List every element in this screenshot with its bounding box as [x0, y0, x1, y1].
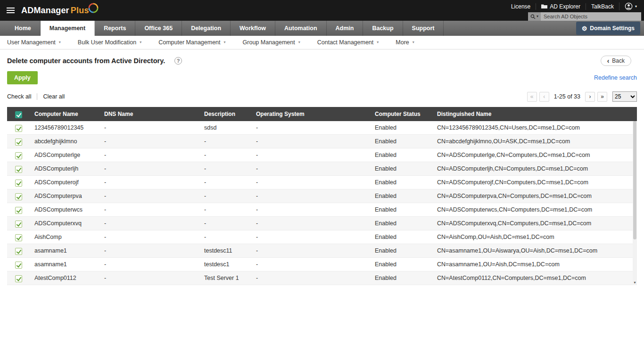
table-row[interactable]: ADSComputerwcs - - - Enabled CN=ADSCompu… — [7, 203, 637, 217]
subnav-item[interactable]: Computer Management ▾ — [158, 39, 225, 46]
scrollbar-thumb[interactable] — [633, 121, 636, 239]
nav-tab-label: Reports — [104, 25, 126, 32]
row-checkbox[interactable] — [15, 207, 22, 214]
chevron-down-icon: ▾ — [140, 41, 141, 44]
app-logo: ADManagerPlus — [21, 6, 99, 16]
last-page-button[interactable]: » — [597, 92, 607, 102]
help-icon[interactable]: ? — [174, 57, 182, 65]
subnav-item-label: User Management — [7, 39, 56, 46]
select-all-checkbox[interactable] — [15, 111, 22, 118]
row-checkbox[interactable] — [15, 152, 22, 159]
cell-distinguished-name: CN=abcdefghijklmno,OU=ASK,DC=mse1,DC=com — [432, 135, 637, 148]
cell-description: - — [199, 148, 251, 162]
nav-tab[interactable]: Delegation — [182, 21, 231, 36]
nav-tab[interactable]: Office 365 — [135, 21, 182, 36]
row-checkbox[interactable] — [15, 221, 22, 228]
page-size-select[interactable]: 25 — [612, 91, 637, 102]
cell-computer-status: Enabled — [370, 271, 432, 285]
apply-row: Apply Redefine search — [0, 70, 644, 84]
nav-tab-label: Office 365 — [144, 25, 173, 32]
col-computer-name: Computer Name — [30, 107, 99, 121]
nav-tab[interactable]: Reports — [95, 21, 135, 36]
back-button[interactable]: ‹ Back — [601, 56, 631, 66]
first-page-button[interactable]: « — [527, 92, 537, 102]
clear-all-link[interactable]: Clear all — [43, 93, 65, 100]
table-row[interactable]: AtestComp0112 - Test Server 1 - Enabled … — [7, 271, 637, 285]
cell-description: - — [199, 162, 251, 176]
cell-computer-status: Enabled — [370, 203, 432, 217]
subnav-item[interactable]: User Management ▾ — [7, 39, 61, 46]
nav-tab-label: Support — [412, 25, 435, 32]
nav-tab[interactable]: Support — [403, 21, 444, 36]
nav-tab-label: Home — [15, 25, 31, 32]
subnav-item[interactable]: Bulk User Modification ▾ — [78, 39, 141, 46]
prev-page-button[interactable]: ‹ — [539, 92, 549, 102]
table-row[interactable]: ADSComputerojf - - - Enabled CN=ADSCompu… — [7, 176, 637, 189]
nav-tab[interactable]: Workflow — [231, 21, 275, 36]
table-row[interactable]: ADSComputerlge - - - Enabled CN=ADSCompu… — [7, 148, 637, 162]
table-header-row: Computer Name DNS Name Description Opera… — [7, 107, 637, 121]
nav-tab-label: Management — [50, 25, 85, 32]
search-input[interactable] — [541, 14, 641, 19]
row-checkbox[interactable] — [15, 193, 22, 200]
top-links: License AD Explorer TalkBack ▾ — [506, 1, 642, 11]
row-checkbox[interactable] — [15, 166, 22, 173]
nav-tab[interactable]: Admin — [327, 21, 363, 36]
row-checkbox[interactable] — [15, 248, 22, 255]
row-checkbox[interactable] — [15, 139, 22, 146]
row-checkbox[interactable] — [15, 125, 22, 132]
search-icon — [530, 14, 536, 19]
subnav-item[interactable]: More ▾ — [396, 39, 414, 46]
nav-tab[interactable]: Management — [41, 21, 95, 36]
cell-operating-system: - — [251, 217, 370, 230]
nav-tab[interactable]: Home — [6, 21, 41, 36]
cell-description: testdesc11 — [199, 244, 251, 258]
apply-button[interactable]: Apply — [7, 71, 38, 84]
domain-settings-button[interactable]: ⚙ Domain Settings — [576, 22, 640, 35]
cell-operating-system: - — [251, 176, 370, 189]
table-row[interactable]: 123456789012345 - sdsd - Enabled CN=1234… — [7, 121, 637, 135]
nav-tab[interactable]: Backup — [363, 21, 403, 36]
cell-operating-system: - — [251, 148, 370, 162]
license-link[interactable]: License — [506, 3, 536, 10]
table-row[interactable]: ADSComputerljh - - - Enabled CN=ADSCompu… — [7, 162, 637, 176]
pagination: « ‹ 1-25 of 33 › » 25 — [527, 91, 637, 102]
cell-dns-name: - — [99, 244, 199, 258]
menu-icon[interactable] — [0, 8, 21, 13]
nav-tab-label: Admin — [336, 25, 354, 32]
table-row[interactable]: asamname1 - testdesc11 - Enabled CN=asam… — [7, 244, 637, 258]
folder-icon — [541, 4, 547, 9]
table-row[interactable]: ADSComputerxvq - - - Enabled CN=ADSCompu… — [7, 217, 637, 230]
row-checkbox[interactable] — [15, 180, 22, 187]
table-row[interactable]: asamname1 - testdesc1 - Enabled CN=asamn… — [7, 258, 637, 271]
table-row[interactable]: AishComp - - - Enabled CN=AishComp,OU=Ai… — [7, 230, 637, 244]
row-checkbox[interactable] — [15, 234, 22, 241]
search-scope-button[interactable]: ▾ — [528, 12, 541, 21]
row-checkbox[interactable] — [15, 262, 22, 269]
gear-icon: ⚙ — [582, 25, 587, 32]
redefine-search-link[interactable]: Redefine search — [594, 74, 637, 81]
chevron-down-icon: ▾ — [413, 41, 414, 44]
next-page-button[interactable]: › — [585, 92, 595, 102]
row-checkbox[interactable] — [15, 275, 22, 282]
cell-computer-name: ADSComputerojf — [30, 176, 99, 189]
cell-distinguished-name: CN=ADSComputerwcs,CN=Computers,DC=mse1,D… — [432, 203, 637, 217]
ad-explorer-link[interactable]: AD Explorer — [536, 3, 586, 10]
nav-tab-label: Automation — [284, 25, 317, 32]
cell-dns-name: - — [99, 135, 199, 148]
col-dns-name: DNS Name — [99, 107, 199, 121]
user-menu-button[interactable]: ▾ — [619, 2, 642, 10]
table-row[interactable]: abcdefghijklmno - - - Enabled CN=abcdefg… — [7, 135, 637, 148]
subnav-item[interactable]: Group Management ▾ — [243, 39, 300, 46]
cell-computer-name: asamname1 — [30, 244, 99, 258]
check-all-link[interactable]: Check all — [7, 93, 31, 100]
cell-computer-name: ADSComputerwcs — [30, 203, 99, 217]
subnav-item[interactable]: Contact Management ▾ — [317, 39, 379, 46]
cell-operating-system: - — [251, 203, 370, 217]
scroll-down-arrow[interactable]: ▾ — [633, 279, 637, 285]
table-scrollbar[interactable]: ▾ — [633, 121, 637, 285]
cell-computer-name: ADSComputerlge — [30, 148, 99, 162]
talkback-link[interactable]: TalkBack — [586, 3, 619, 10]
nav-tab[interactable]: Automation — [275, 21, 326, 36]
table-row[interactable]: ADSComputerpva - - - Enabled CN=ADSCompu… — [7, 189, 637, 203]
